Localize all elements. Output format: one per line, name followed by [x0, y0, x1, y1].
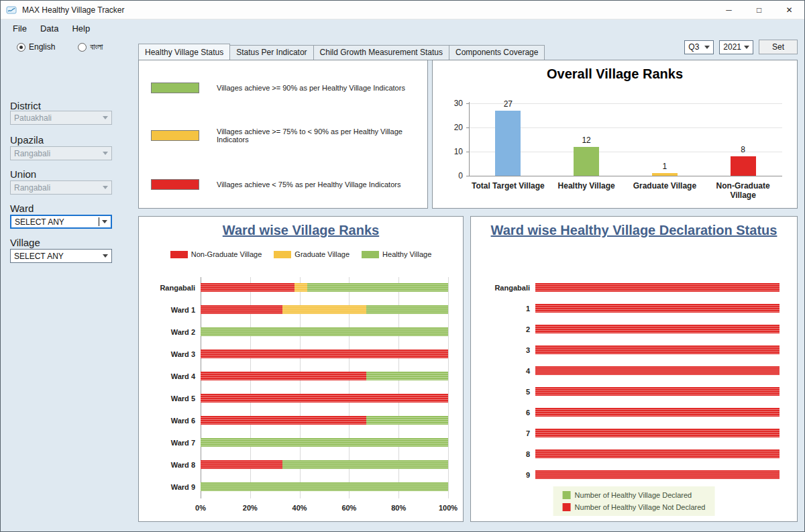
- union-dropdown: Rangabali: [10, 180, 112, 195]
- bar-number-of-healthy-village-not-declared: [535, 283, 780, 292]
- tab-status-per-indicator[interactable]: Status Per Indicator: [229, 45, 313, 60]
- district-dropdown: Patuakhali: [10, 111, 112, 125]
- bar-segment-non-graduate-village: [201, 350, 448, 358]
- legend-item-graduate-village: Graduate Village: [274, 250, 350, 258]
- set-button[interactable]: Set: [759, 40, 798, 54]
- x-tick-label: 100%: [435, 504, 462, 512]
- bar-segment-healthy-village: [366, 416, 448, 425]
- category-label: Rangabali: [476, 284, 530, 292]
- legend-swatch: [563, 491, 571, 499]
- close-button[interactable]: ✕: [774, 1, 804, 19]
- category-label: 7: [476, 429, 530, 437]
- upazila-dropdown: Rangabali: [10, 146, 112, 160]
- chart-legend: Non-Graduate VillageGraduate VillageHeal…: [139, 250, 463, 258]
- quarter-dropdown[interactable]: Q3: [684, 40, 714, 54]
- bar-segment-non-graduate-village: [201, 372, 366, 380]
- category-label: Ward 7: [144, 439, 195, 447]
- category-label: Total Target Village: [469, 181, 547, 191]
- legend-label: Graduate Village: [294, 250, 350, 258]
- chevron-down-icon: [103, 152, 108, 155]
- bar-graduate-village: [652, 173, 678, 176]
- bar-number-of-healthy-village-not-declared: [535, 366, 780, 375]
- bar-number-of-healthy-village-not-declared: [535, 449, 780, 458]
- bar-non-graduate-village: [731, 156, 756, 176]
- maximize-button[interactable]: □: [744, 1, 774, 19]
- bar-number-of-healthy-village-not-declared: [535, 429, 780, 437]
- minimize-button[interactable]: ─: [714, 1, 744, 19]
- bar-segment-healthy-village: [201, 482, 448, 491]
- category-label: 4: [476, 367, 530, 375]
- bar-segment-healthy-village: [307, 283, 448, 292]
- bar-value: 27: [491, 99, 525, 109]
- menu-item-file[interactable]: File: [6, 21, 34, 36]
- bar-segment-healthy-village: [282, 460, 448, 469]
- chart-legend: Number of Healthy Village DeclaredNumber…: [553, 486, 715, 516]
- menu-item-help[interactable]: Help: [65, 21, 97, 36]
- category-label: Non-Graduate Village: [704, 181, 782, 201]
- category-label: 8: [476, 450, 530, 458]
- chevron-down-icon: [103, 116, 108, 119]
- category-label: 5: [476, 388, 530, 396]
- village-dropdown[interactable]: SELECT ANY: [10, 249, 112, 263]
- legend-swatch: [151, 179, 199, 190]
- category-label: Rangabali: [144, 284, 195, 292]
- legend-swatch: [151, 130, 199, 141]
- dropdown-value: Rangabali: [14, 183, 100, 193]
- tab-healthy-village-status[interactable]: Healthy Village Status: [138, 44, 230, 60]
- year-value: 2021: [723, 42, 741, 52]
- category-label: Graduate Village: [626, 181, 704, 191]
- legend-text: Villages achieve >= 90% as per Healthy V…: [217, 84, 405, 92]
- quarter-value: Q3: [688, 42, 702, 52]
- y-axis-line: [469, 102, 470, 176]
- radio-icon: [17, 43, 25, 52]
- bar-number-of-healthy-village-not-declared: [535, 408, 780, 417]
- label-village: Village: [10, 237, 40, 248]
- tab-components-coverage[interactable]: Components Coverage: [449, 45, 545, 60]
- category-label: 9: [476, 471, 530, 479]
- period-controls: Q3 2021 Set: [684, 40, 798, 54]
- language-option-0[interactable]: English: [17, 42, 55, 52]
- chevron-down-icon: [103, 254, 108, 258]
- category-label: 2: [476, 325, 530, 333]
- language-option-1[interactable]: বাংলা: [78, 42, 103, 52]
- bar-number-of-healthy-village-not-declared: [535, 304, 780, 313]
- legend-text: Villages achieve < 75% as per Healthy Vi…: [217, 180, 400, 189]
- dropdown-value: Rangabali: [14, 149, 100, 158]
- app-window: MAX Healthy Village Tracker ─ □ ✕ FileDa…: [0, 0, 805, 532]
- category-label: Healthy Village: [547, 181, 625, 191]
- bar-value: 12: [570, 136, 603, 145]
- bar-segment-graduate-village: [294, 283, 307, 292]
- status-legend-item: Villages achieve >= 90% as per Healthy V…: [151, 82, 421, 94]
- bar-total-target-village: [495, 111, 521, 176]
- menu-item-data[interactable]: Data: [34, 21, 65, 36]
- bar-number-of-healthy-village-not-declared: [535, 470, 780, 479]
- label-upazila: Upazila: [10, 134, 44, 146]
- chevron-down-icon: [704, 46, 710, 49]
- chevron-down-icon: [103, 186, 108, 189]
- x-axis-line: [469, 176, 782, 176]
- menu-bar: FileDataHelp: [1, 19, 97, 37]
- window-title: MAX Healthy Village Tracker: [22, 5, 125, 15]
- tab-child-growth-measurement-status[interactable]: Child Growth Measurement Status: [313, 45, 449, 60]
- legend-swatch: [151, 83, 199, 93]
- chart-title: Ward wise Healthy Village Declaration St…: [487, 222, 781, 239]
- language-selector: Englishবাংলা: [17, 42, 103, 52]
- legend-item-number-of-healthy-village-not-declared: Number of Healthy Village Not Declared: [563, 503, 706, 511]
- chart-title: Overall Village Ranks: [433, 66, 797, 83]
- category-label: Ward 2: [144, 328, 195, 336]
- chevron-down-icon: [102, 220, 107, 223]
- ward-dropdown[interactable]: SELECT ANY: [10, 215, 112, 229]
- category-label: Ward 9: [144, 483, 195, 491]
- dropdown-value: SELECT ANY: [15, 217, 98, 227]
- status-legend-panel: Villages achieve >= 90% as per Healthy V…: [138, 60, 428, 209]
- year-dropdown[interactable]: 2021: [719, 40, 753, 54]
- tab-strip: Healthy Village StatusStatus Per Indicat…: [138, 44, 545, 60]
- category-label: Ward 1: [144, 306, 195, 314]
- y-tick-label: 0: [438, 171, 463, 180]
- category-label: Ward 5: [144, 394, 195, 403]
- category-label: Ward 3: [144, 350, 195, 358]
- main-area: Healthy Village StatusStatus Per Indicat…: [129, 37, 804, 531]
- bar-segment-healthy-village: [201, 327, 448, 336]
- bar-value: 8: [727, 145, 760, 154]
- bar-healthy-village: [574, 147, 599, 176]
